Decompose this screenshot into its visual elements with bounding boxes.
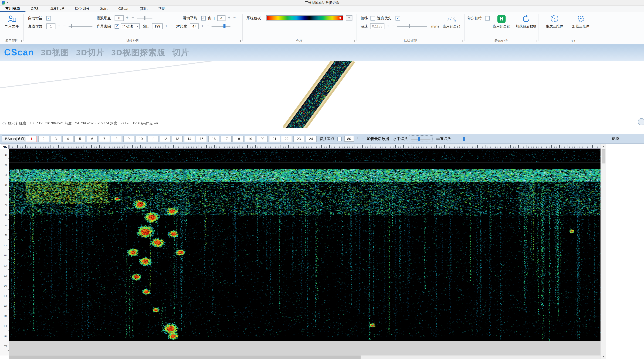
slider-handle[interactable] bbox=[418, 137, 420, 141]
bscan-canvas[interactable] bbox=[9, 149, 600, 341]
bscan-channel-button[interactable]: BScan(通道) bbox=[2, 135, 29, 142]
wave-speed-plus-button[interactable]: + bbox=[386, 23, 390, 29]
generate-3d-button[interactable]: 生成三维体 bbox=[542, 14, 567, 38]
avg-window-plus-button[interactable]: + bbox=[227, 15, 232, 21]
bg-window-input[interactable]: 199 bbox=[152, 23, 163, 29]
channel-button[interactable]: 15 bbox=[196, 136, 207, 142]
side-panel-toggle-button[interactable] bbox=[638, 118, 644, 125]
channel-button[interactable]: 2 bbox=[38, 136, 49, 142]
channel-button[interactable]: 14 bbox=[184, 136, 195, 142]
dialog-launcher-icon[interactable] bbox=[604, 40, 606, 42]
exp-gain-input[interactable]: 0 bbox=[115, 15, 124, 21]
channel-button[interactable]: 11 bbox=[148, 136, 158, 142]
bg-window-plus-button[interactable]: + bbox=[164, 23, 169, 29]
wave-speed-minus-button[interactable]: − bbox=[391, 23, 396, 29]
channel-button[interactable]: 22 bbox=[281, 136, 292, 142]
bg-window-minus-button[interactable]: − bbox=[169, 23, 174, 29]
exp-gain-minus-button[interactable]: − bbox=[130, 15, 135, 21]
exp-gain-plus-button[interactable]: + bbox=[125, 15, 130, 21]
view-tab-slice[interactable]: 切片 bbox=[172, 47, 189, 58]
channel-button[interactable]: 6 bbox=[86, 136, 98, 142]
slider-handle[interactable] bbox=[144, 16, 145, 20]
horizontal-scrollbar[interactable] bbox=[9, 356, 600, 359]
line-gain-input[interactable]: 1 bbox=[46, 23, 56, 29]
load-3d-button[interactable]: 加载三维体 bbox=[568, 14, 593, 38]
scrollbar-thumb[interactable] bbox=[602, 149, 605, 163]
channel-button[interactable]: 24 bbox=[306, 136, 316, 142]
channel-button[interactable]: 23 bbox=[293, 136, 304, 142]
line-gain-plus-button[interactable]: + bbox=[56, 23, 62, 29]
cscan-view[interactable]: 显示车 经度：103.41257167864524 纬度：24.73952620… bbox=[0, 61, 644, 134]
line-gain-minus-button[interactable]: − bbox=[62, 23, 67, 29]
slider-handle[interactable] bbox=[223, 24, 226, 28]
channel-button[interactable]: 19 bbox=[245, 136, 256, 142]
hilbert-apply-all-button[interactable]: H 应用到全部 bbox=[490, 14, 514, 38]
dialog-launcher-icon[interactable] bbox=[238, 40, 241, 42]
channel-button[interactable]: 10 bbox=[135, 136, 146, 142]
channel-button[interactable]: 16 bbox=[208, 136, 219, 142]
contrast-slider[interactable] bbox=[212, 23, 230, 29]
line-gain-slider[interactable] bbox=[68, 23, 92, 29]
scrollbar-thumb[interactable] bbox=[9, 356, 361, 359]
slider-handle[interactable] bbox=[463, 137, 465, 141]
offset-checkbox[interactable] bbox=[370, 16, 375, 20]
view-tab-3d-view[interactable]: 3D视图 bbox=[41, 47, 70, 58]
hilbert-checkbox[interactable] bbox=[485, 16, 490, 20]
ribbon-tab-gps[interactable]: GPS bbox=[26, 6, 44, 12]
channel-button[interactable]: 8 bbox=[111, 136, 122, 142]
scroll-up-icon[interactable]: ▲ bbox=[601, 144, 606, 149]
view-tab-3d-explorer[interactable]: 3D视图探索版 bbox=[111, 47, 166, 58]
video-label[interactable]: 视频 bbox=[612, 136, 619, 141]
ribbon-tab-mark[interactable]: 标记 bbox=[95, 6, 113, 12]
dialog-launcher-icon[interactable] bbox=[534, 40, 536, 42]
vertical-zoom-slider[interactable] bbox=[452, 136, 480, 142]
ribbon-tab-filter[interactable]: 滤波处理 bbox=[44, 6, 70, 12]
avg-window-minus-button[interactable]: − bbox=[232, 15, 237, 21]
avg-window-input[interactable]: 4 bbox=[217, 15, 226, 21]
channel-button[interactable]: 21 bbox=[269, 136, 280, 142]
slider-handle[interactable] bbox=[70, 24, 72, 28]
ribbon-tab-help[interactable]: 帮助 bbox=[153, 6, 171, 12]
hilbert-load-last-button[interactable]: 加载最后数据 bbox=[514, 14, 538, 38]
channel-button[interactable]: 5 bbox=[74, 136, 86, 142]
horizontal-zoom-slider[interactable] bbox=[411, 136, 430, 142]
palette-dropdown-button[interactable]: ▾ bbox=[346, 15, 352, 20]
bg-remove-checkbox[interactable]: ✓ bbox=[115, 24, 119, 29]
contrast-input[interactable]: 47 bbox=[190, 23, 199, 29]
slider-handle[interactable] bbox=[409, 24, 410, 28]
channel-button[interactable]: 4 bbox=[62, 136, 74, 142]
sliding-avg-checkbox[interactable]: ✓ bbox=[201, 16, 206, 20]
channel-button[interactable]: 9 bbox=[123, 136, 134, 142]
channel-button[interactable]: 12 bbox=[160, 136, 170, 142]
exp-gain-slider[interactable] bbox=[137, 15, 152, 21]
bg-method-select[interactable]: 滑动法 bbox=[121, 23, 140, 29]
channel-button[interactable]: 17 bbox=[220, 136, 232, 142]
dialog-launcher-icon[interactable] bbox=[20, 40, 22, 42]
dialog-launcher-icon[interactable] bbox=[353, 40, 355, 42]
auto-gain-checkbox[interactable]: ✓ bbox=[46, 16, 51, 20]
channel-button[interactable]: 3 bbox=[50, 136, 61, 142]
contrast-plus-button[interactable]: + bbox=[200, 23, 205, 29]
load-last-data-button[interactable]: 加载最后数据 bbox=[367, 136, 389, 142]
wave-speed-input[interactable]: 0.1133 bbox=[370, 23, 384, 29]
trace-count-input[interactable]: 80 bbox=[344, 136, 354, 142]
wave-speed-slider[interactable] bbox=[397, 23, 427, 29]
dialog-launcher-icon[interactable] bbox=[460, 40, 462, 42]
zero-toggle-checkbox[interactable] bbox=[337, 137, 342, 141]
vertical-scrollbar[interactable]: ▲ ▼ bbox=[600, 144, 606, 359]
offset-apply-all-button[interactable]: 应用到全部 bbox=[440, 14, 463, 38]
channel-button[interactable]: 18 bbox=[232, 136, 244, 142]
ribbon-tab-cscan[interactable]: CScan bbox=[113, 6, 134, 12]
palette-gradient[interactable]: 8 bbox=[266, 15, 344, 20]
scroll-down-icon[interactable]: ▼ bbox=[601, 354, 606, 359]
channel-button[interactable]: 20 bbox=[257, 136, 268, 142]
speed-priority-checkbox[interactable]: ✓ bbox=[396, 16, 400, 20]
view-tab-3d-slice[interactable]: 3D切片 bbox=[76, 47, 105, 58]
channel-button[interactable]: 7 bbox=[99, 136, 110, 142]
import-file-button[interactable]: 导入文件 bbox=[0, 14, 23, 38]
trace-count-minus-button[interactable]: − bbox=[360, 136, 365, 142]
status-toggle[interactable] bbox=[2, 122, 6, 125]
channel-button[interactable]: 1 bbox=[26, 136, 37, 142]
contrast-minus-button[interactable]: − bbox=[206, 23, 210, 29]
ribbon-tab-common-menu[interactable]: 常用菜单 bbox=[0, 6, 26, 12]
